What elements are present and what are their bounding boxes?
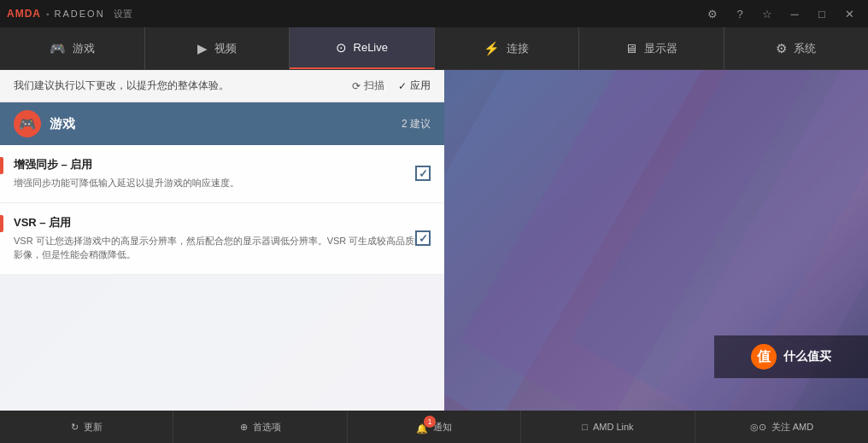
- watermark-icon: 值: [751, 344, 777, 370]
- info-bar: 我们建议执行以下更改，以提升您的整体体验。 ⟳ 扫描 ✓ 应用: [0, 70, 444, 102]
- content-panel: 我们建议执行以下更改，以提升您的整体体验。 ⟳ 扫描 ✓ 应用 🎮 游戏 2 建…: [0, 70, 444, 411]
- vsr-checkbox[interactable]: [415, 230, 431, 246]
- tab-display-label: 显示器: [644, 41, 677, 56]
- enhanced-sync-title: 增强同步 – 启用: [14, 157, 431, 172]
- tab-system[interactable]: ⚙ 系统: [724, 27, 869, 69]
- bottom-update[interactable]: ↻ 更新: [0, 411, 173, 443]
- relive-icon: ⊙: [336, 40, 347, 55]
- update-label: 更新: [84, 421, 103, 434]
- settings-label: 设置: [114, 8, 132, 20]
- title-bar: AMDA ▪ RADEON 设置 ⚙ ? ☆ ─ □ ✕: [0, 0, 868, 27]
- check-icon: ✓: [398, 80, 407, 92]
- watermark-icon-text: 值: [757, 348, 771, 366]
- tab-connect[interactable]: ⚡ 连接: [435, 27, 580, 69]
- amdlink-label: AMD Link: [593, 422, 634, 432]
- vsr-title: VSR – 启用: [14, 215, 431, 230]
- radeon-logo: RADEON: [55, 9, 105, 19]
- bottom-followamd[interactable]: ◎⊙ 关注 AMD: [695, 411, 868, 443]
- star-button[interactable]: ☆: [755, 4, 779, 23]
- video-icon: ▶: [197, 41, 208, 56]
- tab-connect-label: 连接: [507, 41, 529, 56]
- help-button[interactable]: ?: [728, 4, 752, 23]
- title-bar-left: AMDA ▪ RADEON 设置: [7, 8, 132, 20]
- tab-display[interactable]: 🖥 显示器: [579, 27, 724, 69]
- watermark-text: 什么值买: [783, 349, 831, 364]
- system-icon: ⚙: [776, 41, 787, 56]
- followamd-icon: ◎⊙: [750, 422, 766, 433]
- section-title-group: 🎮 游戏: [14, 110, 75, 137]
- followamd-label: 关注 AMD: [771, 421, 814, 434]
- bottom-preferences[interactable]: ⊕ 首选项: [173, 411, 347, 443]
- notifications-label: 通知: [433, 421, 452, 434]
- apply-button[interactable]: ✓ 应用: [398, 79, 431, 93]
- enhanced-sync-checkbox[interactable]: [415, 166, 431, 181]
- vsr-desc: VSR 可让您选择游戏中的高显示分辨率，然后配合您的显示器调低分辨率。VSR 可…: [14, 234, 431, 262]
- amdlink-icon: □: [582, 422, 588, 432]
- section-header: 🎮 游戏 2 建议: [0, 102, 444, 145]
- amd-logo: AMDA: [7, 8, 41, 20]
- apply-label: 应用: [410, 79, 431, 93]
- section-title: 游戏: [50, 116, 75, 132]
- scan-label: 扫描: [364, 79, 384, 93]
- close-button[interactable]: ✕: [837, 4, 861, 23]
- display-icon: 🖥: [625, 41, 637, 55]
- tab-gaming[interactable]: 🎮 游戏: [0, 27, 145, 69]
- scan-icon: ⟳: [352, 80, 361, 92]
- watermark-logo: 值 什么值买: [714, 335, 868, 378]
- separator: ▪: [46, 9, 50, 19]
- section-icon: 🎮: [14, 110, 41, 137]
- preferences-icon: ⊕: [240, 422, 248, 433]
- setting-enhanced-sync: 增强同步 – 启用 增强同步功能可降低输入延迟以提升游戏的响应速度。: [0, 145, 444, 203]
- tab-gaming-label: 游戏: [73, 41, 95, 56]
- info-message: 我们建议执行以下更改，以提升您的整体体验。: [14, 79, 229, 93]
- title-bar-right: ⚙ ? ☆ ─ □ ✕: [701, 4, 861, 23]
- maximize-button[interactable]: □: [810, 4, 834, 23]
- setting-vsr: VSR – 启用 VSR 可让您选择游戏中的高显示分辨率，然后配合您的显示器调低…: [0, 203, 444, 275]
- minimize-button[interactable]: ─: [783, 4, 806, 23]
- main-content: 我们建议执行以下更改，以提升您的整体体验。 ⟳ 扫描 ✓ 应用 🎮 游戏 2 建…: [0, 70, 868, 411]
- settings-list: 增强同步 – 启用 增强同步功能可降低输入延迟以提升游戏的响应速度。 VSR –…: [0, 145, 444, 275]
- notification-badge: 1: [424, 416, 436, 428]
- section-badge: 2 建议: [402, 117, 431, 131]
- tab-system-label: 系统: [794, 41, 816, 56]
- tab-relive-label: ReLive: [354, 41, 388, 54]
- enhanced-sync-desc: 增强同步功能可降低输入延迟以提升游戏的响应速度。: [14, 176, 431, 190]
- tab-video-label: 视频: [214, 41, 237, 56]
- update-icon: ↻: [71, 422, 79, 433]
- tab-bar: 🎮 游戏 ▶ 视频 ⊙ ReLive ⚡ 连接 🖥 显示器 ⚙ 系统: [0, 27, 868, 70]
- connect-icon: ⚡: [484, 41, 500, 56]
- bottom-notifications[interactable]: 1 🔔 通知: [348, 411, 521, 443]
- tab-relive[interactable]: ⊙ ReLive: [290, 27, 435, 69]
- bottom-amdlink[interactable]: □ AMD Link: [521, 411, 695, 443]
- scan-button[interactable]: ⟳ 扫描: [352, 79, 384, 93]
- info-actions: ⟳ 扫描 ✓ 应用: [352, 79, 431, 93]
- settings-icon-button[interactable]: ⚙: [701, 4, 724, 23]
- tab-video[interactable]: ▶ 视频: [145, 27, 290, 69]
- preferences-label: 首选项: [253, 421, 281, 434]
- bottom-bar: ↻ 更新 ⊕ 首选项 1 🔔 通知 □ AMD Link ◎⊙ 关注 AMD: [0, 411, 868, 443]
- gaming-icon: 🎮: [50, 41, 66, 56]
